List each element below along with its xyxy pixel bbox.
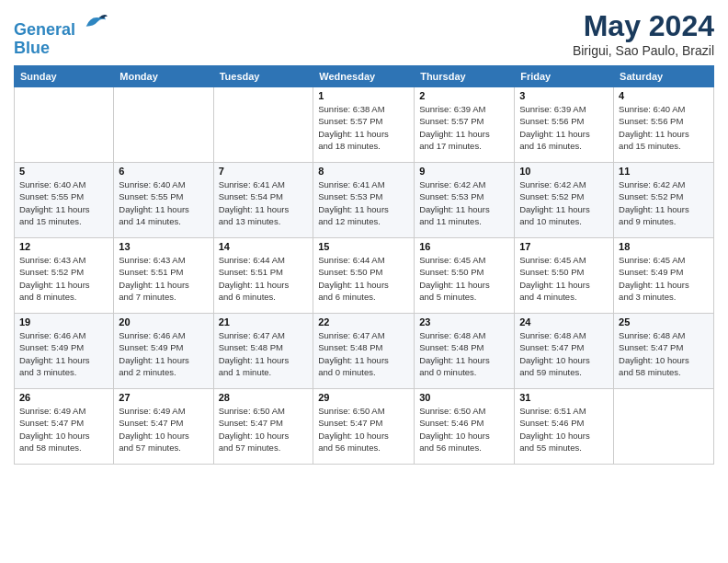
day-number: 27 — [119, 392, 208, 403]
day-info: Sunrise: 6:50 AM Sunset: 5:46 PM Dayligh… — [419, 405, 509, 454]
logo-line2: Blue — [14, 39, 50, 57]
day-number: 1 — [318, 90, 409, 101]
day-info: Sunrise: 6:49 AM Sunset: 5:47 PM Dayligh… — [19, 405, 108, 454]
day-info: Sunrise: 6:47 AM Sunset: 5:48 PM Dayligh… — [219, 329, 309, 378]
calendar-week-row: 19Sunrise: 6:46 AM Sunset: 5:49 PM Dayli… — [15, 314, 714, 389]
day-number: 22 — [318, 316, 409, 327]
month-title: May 2024 — [573, 9, 714, 43]
day-info: Sunrise: 6:45 AM Sunset: 5:50 PM Dayligh… — [419, 254, 509, 303]
day-number: 12 — [19, 241, 108, 252]
logo-line1: General — [14, 20, 75, 39]
day-number: 10 — [519, 166, 609, 177]
calendar-week-row: 5Sunrise: 6:40 AM Sunset: 5:55 PM Daylig… — [15, 163, 714, 238]
day-info: Sunrise: 6:50 AM Sunset: 5:47 PM Dayligh… — [318, 405, 409, 454]
header-monday: Monday — [114, 66, 213, 87]
day-number: 6 — [119, 166, 208, 177]
day-number: 16 — [419, 241, 509, 252]
day-number: 25 — [619, 316, 709, 327]
day-number: 30 — [419, 392, 509, 403]
table-row: 9Sunrise: 6:42 AM Sunset: 5:53 PM Daylig… — [415, 163, 515, 238]
day-number: 2 — [419, 90, 509, 101]
day-number: 29 — [318, 392, 409, 403]
day-info: Sunrise: 6:41 AM Sunset: 5:53 PM Dayligh… — [318, 178, 409, 227]
table-row: 4Sunrise: 6:40 AM Sunset: 5:56 PM Daylig… — [614, 87, 714, 163]
table-row: 11Sunrise: 6:42 AM Sunset: 5:52 PM Dayli… — [614, 163, 714, 238]
table-row: 20Sunrise: 6:46 AM Sunset: 5:49 PM Dayli… — [114, 314, 213, 389]
day-info: Sunrise: 6:39 AM Sunset: 5:57 PM Dayligh… — [419, 103, 509, 152]
table-row: 13Sunrise: 6:43 AM Sunset: 5:51 PM Dayli… — [114, 238, 213, 314]
calendar-week-row: 12Sunrise: 6:43 AM Sunset: 5:52 PM Dayli… — [15, 238, 714, 314]
page: General Blue May 2024 Birigui, Sao Paulo… — [0, 0, 728, 563]
logo-text: General Blue — [14, 9, 108, 58]
logo: General Blue — [14, 9, 108, 58]
header-tuesday: Tuesday — [213, 66, 313, 87]
table-row: 10Sunrise: 6:42 AM Sunset: 5:52 PM Dayli… — [515, 163, 614, 238]
table-row: 15Sunrise: 6:44 AM Sunset: 5:50 PM Dayli… — [313, 238, 415, 314]
header: General Blue May 2024 Birigui, Sao Paulo… — [14, 9, 714, 58]
day-number: 20 — [119, 316, 208, 327]
table-row: 26Sunrise: 6:49 AM Sunset: 5:47 PM Dayli… — [15, 389, 114, 465]
header-saturday: Saturday — [614, 66, 714, 87]
day-info: Sunrise: 6:43 AM Sunset: 5:51 PM Dayligh… — [119, 254, 208, 303]
day-info: Sunrise: 6:44 AM Sunset: 5:51 PM Dayligh… — [219, 254, 309, 303]
day-info: Sunrise: 6:46 AM Sunset: 5:49 PM Dayligh… — [19, 329, 108, 378]
day-info: Sunrise: 6:50 AM Sunset: 5:47 PM Dayligh… — [219, 405, 309, 454]
day-info: Sunrise: 6:48 AM Sunset: 5:47 PM Dayligh… — [519, 329, 609, 378]
table-row: 7Sunrise: 6:41 AM Sunset: 5:54 PM Daylig… — [213, 163, 313, 238]
day-info: Sunrise: 6:40 AM Sunset: 5:55 PM Dayligh… — [119, 178, 208, 227]
day-info: Sunrise: 6:48 AM Sunset: 5:48 PM Dayligh… — [419, 329, 509, 378]
table-row — [114, 87, 213, 163]
table-row: 22Sunrise: 6:47 AM Sunset: 5:48 PM Dayli… — [313, 314, 415, 389]
day-number: 21 — [219, 316, 309, 327]
logo-bird-icon — [82, 9, 108, 35]
table-row: 14Sunrise: 6:44 AM Sunset: 5:51 PM Dayli… — [213, 238, 313, 314]
table-row: 27Sunrise: 6:49 AM Sunset: 5:47 PM Dayli… — [114, 389, 213, 465]
day-number: 7 — [219, 166, 309, 177]
day-info: Sunrise: 6:48 AM Sunset: 5:47 PM Dayligh… — [619, 329, 709, 378]
day-number: 15 — [318, 241, 409, 252]
day-info: Sunrise: 6:45 AM Sunset: 5:50 PM Dayligh… — [519, 254, 609, 303]
table-row: 6Sunrise: 6:40 AM Sunset: 5:55 PM Daylig… — [114, 163, 213, 238]
table-row: 30Sunrise: 6:50 AM Sunset: 5:46 PM Dayli… — [415, 389, 515, 465]
table-row: 2Sunrise: 6:39 AM Sunset: 5:57 PM Daylig… — [415, 87, 515, 163]
calendar-table: Sunday Monday Tuesday Wednesday Thursday… — [14, 65, 714, 465]
table-row — [614, 389, 714, 465]
table-row: 29Sunrise: 6:50 AM Sunset: 5:47 PM Dayli… — [313, 389, 415, 465]
header-thursday: Thursday — [415, 66, 515, 87]
day-number: 5 — [19, 166, 108, 177]
day-info: Sunrise: 6:40 AM Sunset: 5:55 PM Dayligh… — [19, 178, 108, 227]
day-info: Sunrise: 6:49 AM Sunset: 5:47 PM Dayligh… — [119, 405, 208, 454]
day-number: 31 — [519, 392, 609, 403]
table-row: 8Sunrise: 6:41 AM Sunset: 5:53 PM Daylig… — [313, 163, 415, 238]
day-number: 13 — [119, 241, 208, 252]
day-number: 28 — [219, 392, 309, 403]
day-info: Sunrise: 6:43 AM Sunset: 5:52 PM Dayligh… — [19, 254, 108, 303]
day-info: Sunrise: 6:41 AM Sunset: 5:54 PM Dayligh… — [219, 178, 309, 227]
day-number: 24 — [519, 316, 609, 327]
title-block: May 2024 Birigui, Sao Paulo, Brazil — [573, 9, 714, 58]
location: Birigui, Sao Paulo, Brazil — [573, 43, 714, 58]
day-info: Sunrise: 6:51 AM Sunset: 5:46 PM Dayligh… — [519, 405, 609, 454]
day-number: 3 — [519, 90, 609, 101]
day-number: 9 — [419, 166, 509, 177]
calendar-week-row: 1Sunrise: 6:38 AM Sunset: 5:57 PM Daylig… — [15, 87, 714, 163]
table-row — [213, 87, 313, 163]
day-number: 26 — [19, 392, 108, 403]
day-number: 18 — [619, 241, 709, 252]
day-number: 14 — [219, 241, 309, 252]
table-row: 3Sunrise: 6:39 AM Sunset: 5:56 PM Daylig… — [515, 87, 614, 163]
table-row: 19Sunrise: 6:46 AM Sunset: 5:49 PM Dayli… — [15, 314, 114, 389]
day-number: 4 — [619, 90, 709, 101]
day-info: Sunrise: 6:42 AM Sunset: 5:52 PM Dayligh… — [619, 178, 709, 227]
day-info: Sunrise: 6:38 AM Sunset: 5:57 PM Dayligh… — [318, 103, 409, 152]
table-row: 25Sunrise: 6:48 AM Sunset: 5:47 PM Dayli… — [614, 314, 714, 389]
table-row: 5Sunrise: 6:40 AM Sunset: 5:55 PM Daylig… — [15, 163, 114, 238]
day-number: 17 — [519, 241, 609, 252]
day-info: Sunrise: 6:42 AM Sunset: 5:53 PM Dayligh… — [419, 178, 509, 227]
table-row: 24Sunrise: 6:48 AM Sunset: 5:47 PM Dayli… — [515, 314, 614, 389]
table-row: 21Sunrise: 6:47 AM Sunset: 5:48 PM Dayli… — [213, 314, 313, 389]
table-row: 16Sunrise: 6:45 AM Sunset: 5:50 PM Dayli… — [415, 238, 515, 314]
day-info: Sunrise: 6:42 AM Sunset: 5:52 PM Dayligh… — [519, 178, 609, 227]
table-row: 18Sunrise: 6:45 AM Sunset: 5:49 PM Dayli… — [614, 238, 714, 314]
table-row: 17Sunrise: 6:45 AM Sunset: 5:50 PM Dayli… — [515, 238, 614, 314]
